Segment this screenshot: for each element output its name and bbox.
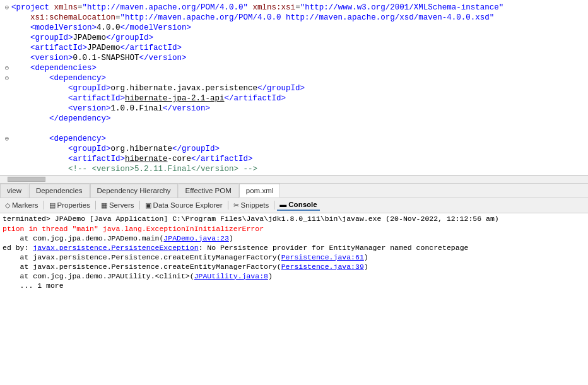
xml-line: xsi:schemaLocation="http://maven.apache.…: [0, 13, 588, 23]
tab-overview[interactable]: view: [0, 184, 28, 198]
line-content: <artifactId>JPADemo</artifactId>: [11, 43, 585, 53]
scrollbar-thumb[interactable]: [8, 177, 45, 182]
gutter-marker[interactable]: ⊖: [3, 3, 11, 13]
xml-line: <version>0.0.1-SNAPSHOT</version>: [0, 53, 588, 63]
console-link[interactable]: JPAUtility.java:8: [194, 272, 268, 280]
line-content: <dependency>: [11, 73, 585, 83]
line-content: <groupId>JPADemo</groupId>: [11, 33, 585, 43]
xml-line: ⊖ <dependency>: [0, 73, 588, 83]
gutter-marker[interactable]: ⊖: [3, 73, 11, 83]
console-label: Console: [288, 201, 317, 208]
line-content: </dependency>: [11, 114, 585, 124]
tab-hierarchy[interactable]: Dependency Hierarchy: [90, 184, 178, 198]
datasource-label: Data Source Explorer: [153, 201, 223, 209]
datasource-icon: ▣: [145, 201, 151, 210]
xml-line: <groupId>org.hibernate.javax.persistence…: [0, 83, 588, 93]
console-line: ed by: javax.persistence.PersistenceExce…: [3, 243, 585, 252]
xml-line: [0, 124, 588, 134]
toolbar-separator: [139, 201, 140, 210]
line-content: <version>0.0.1-SNAPSHOT</version>: [11, 53, 585, 63]
xml-line: <groupId>org.hibernate</groupId>: [0, 144, 588, 154]
line-content: <groupId>org.hibernate</groupId>: [11, 144, 585, 154]
xml-editor[interactable]: ⊖<project xmlns="http://maven.apache.org…: [0, 0, 588, 175]
console-link[interactable]: Persistence.java:61: [281, 253, 364, 261]
tab-effective[interactable]: Effective POM: [179, 184, 238, 198]
console-link[interactable]: JPADemo.java:23: [163, 234, 229, 242]
servers-label: Servers: [109, 201, 134, 209]
line-content: <artifactId>hibernate-core</artifactId>: [11, 154, 585, 164]
toolbar-item-console[interactable]: ▬Console: [277, 199, 319, 211]
xml-line: <version>6.1.0.Final</version>: [0, 174, 588, 175]
gutter-marker[interactable]: ⊖: [3, 134, 11, 144]
horizontal-scrollbar[interactable]: [0, 175, 588, 183]
xml-line: <artifactId>hibernate-jpa-2.1-api</artif…: [0, 93, 588, 104]
console-icon: ▬: [279, 201, 286, 208]
console-link[interactable]: javax.persistence.PersistenceException: [33, 244, 198, 252]
xml-line: <artifactId>JPADemo</artifactId>: [0, 43, 588, 53]
toolbar-item-datasource[interactable]: ▣Data Source Explorer: [143, 200, 225, 211]
terminated-line: terminated> JPADemo [Java Application] C…: [3, 215, 585, 223]
console-line: ption in thread "main" java.lang.Excepti…: [3, 224, 585, 234]
toolbar-separator: [44, 201, 44, 210]
markers-label: Markers: [12, 201, 38, 209]
toolbar-separator: [95, 201, 96, 210]
line-content: <project xmlns="http://maven.apache.org/…: [11, 3, 585, 13]
snippets-icon: ✂: [233, 201, 239, 210]
properties-icon: ▤: [49, 201, 56, 210]
console-area: terminated> JPADemo [Java Application] C…: [0, 213, 588, 386]
console-line: at javax.persistence.Persistence.createE…: [3, 252, 585, 262]
console-link[interactable]: Persistence.java:39: [281, 263, 364, 271]
toolbar-separator: [274, 201, 274, 210]
tab-dependencies[interactable]: Dependencies: [29, 184, 90, 198]
line-content: xsi:schemaLocation="http://maven.apache.…: [11, 13, 585, 23]
console-line: at javax.persistence.Persistence.createE…: [3, 262, 585, 271]
xml-line: <modelVersion>4.0.0</modelVersion>: [0, 23, 588, 33]
xml-line: ⊖ <dependencies>: [0, 63, 588, 73]
toolbar-item-properties[interactable]: ▤Properties: [47, 200, 93, 211]
xml-line: ⊖ <dependency>: [0, 134, 588, 144]
properties-label: Properties: [57, 201, 90, 209]
bottom-toolbar: ◇Markers▤Properties▦Servers▣Data Source …: [0, 198, 588, 213]
xml-line: ⊖<project xmlns="http://maven.apache.org…: [0, 3, 588, 13]
line-content: <groupId>org.hibernate.javax.persistence…: [11, 83, 585, 93]
servers-icon: ▦: [101, 201, 107, 210]
toolbar-separator: [228, 201, 228, 210]
line-content: <artifactId>hibernate-jpa-2.1-api</artif…: [11, 93, 585, 104]
xml-line: <artifactId>hibernate-core</artifactId>: [0, 154, 588, 164]
editor-tab-bar: viewDependenciesDependency HierarchyEffe…: [0, 183, 588, 198]
xml-line: <groupId>JPADemo</groupId>: [0, 33, 588, 43]
gutter-marker[interactable]: ⊖: [3, 63, 11, 73]
toolbar-item-servers[interactable]: ▦Servers: [98, 200, 137, 211]
markers-icon: ◇: [5, 201, 10, 210]
line-content: <version>1.0.0.Final</version>: [11, 104, 585, 114]
console-line: at com.jcg.jpa.demo.JPADemo.main(JPADemo…: [3, 234, 585, 243]
line-content: <modelVersion>4.0.0</modelVersion>: [11, 23, 585, 33]
xml-line: <!-- <version>5.2.11.Final</version> -->: [0, 164, 588, 174]
toolbar-item-snippets[interactable]: ✂Snippets: [231, 200, 272, 211]
line-content: <dependency>: [11, 134, 585, 144]
tab-pomxml[interactable]: pom.xml: [239, 184, 280, 198]
console-line: at com.jcg.jpa.demo.JPAUtility.<clinit>(…: [3, 271, 585, 281]
line-content: <!-- <version>5.2.11.Final</version> -->: [11, 164, 585, 174]
xml-line: <version>1.0.0.Final</version>: [0, 104, 588, 114]
console-line: ... 1 more: [3, 281, 585, 290]
xml-line: </dependency>: [0, 114, 588, 124]
line-content: <version>6.1.0.Final</version>: [11, 174, 585, 175]
toolbar-item-markers[interactable]: ◇Markers: [3, 200, 41, 211]
line-content: <dependencies>: [11, 63, 585, 73]
snippets-label: Snippets: [241, 201, 269, 209]
